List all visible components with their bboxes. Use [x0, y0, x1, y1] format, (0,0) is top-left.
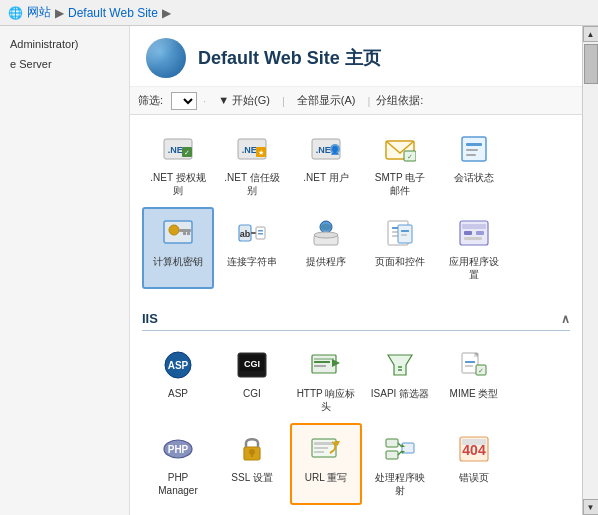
svg-rect-22 — [187, 232, 190, 235]
svg-rect-72 — [314, 442, 334, 445]
isapi-filter-icon — [382, 347, 418, 383]
icon-url-rewrite[interactable]: URL 重写 — [290, 423, 362, 505]
icon-module[interactable]: 模块 — [142, 507, 214, 515]
svg-rect-74 — [314, 451, 324, 453]
svg-text:★: ★ — [258, 149, 264, 156]
mime-type-label: MIME 类型 — [450, 387, 499, 400]
scrollbar-up[interactable]: ▲ — [583, 26, 599, 42]
icon-provider[interactable]: 提供程序 — [290, 207, 362, 289]
svg-text:✓: ✓ — [478, 367, 484, 374]
net-trust-label: .NET 信任级别 — [224, 171, 279, 197]
error-page-label: 错误页 — [459, 471, 489, 484]
svg-rect-62 — [465, 361, 475, 363]
scrollbar-down[interactable]: ▼ — [583, 499, 599, 515]
icon-smtp[interactable]: ✓ SMTP 电子邮件 — [364, 123, 436, 205]
svg-marker-56 — [388, 355, 412, 375]
svg-text:404: 404 — [462, 442, 486, 458]
breadcrumb-sep-2: ▶ — [162, 6, 171, 20]
breadcrumb-item-websites[interactable]: 网站 — [27, 4, 51, 21]
http-response-icon — [308, 347, 344, 383]
right-scrollbar[interactable]: ▲ ▼ — [582, 26, 598, 515]
icon-php-manager[interactable]: PHP PHPManager — [142, 423, 214, 505]
app-settings-label: 应用程序设置 — [449, 255, 499, 281]
scrollbar-thumb[interactable] — [584, 44, 598, 84]
pages-icon — [382, 215, 418, 251]
content-area[interactable]: Default Web Site 主页 筛选: · ▼ 开始(G) | 全部显示… — [130, 26, 582, 515]
machine-key-label: 计算机密钥 — [153, 255, 203, 268]
site-icon — [146, 38, 186, 78]
svg-rect-18 — [466, 154, 476, 156]
sidebar-item-administrator[interactable]: Administrator) — [4, 34, 125, 54]
pages-label: 页面和控件 — [375, 255, 425, 268]
svg-text:✓: ✓ — [407, 153, 413, 160]
asp-label: ASP — [168, 387, 188, 400]
svg-rect-21 — [179, 229, 191, 232]
sidebar-item-e-server[interactable]: e Server — [4, 54, 125, 74]
net-trust-icon: .NET ★ — [234, 131, 270, 167]
machine-key-icon — [160, 215, 196, 251]
ssl-icon — [234, 431, 270, 467]
svg-text:ASP: ASP — [168, 360, 189, 371]
svg-rect-39 — [401, 230, 409, 232]
icon-default-doc[interactable]: ✓ 默认文档 — [216, 507, 288, 515]
icon-net-user[interactable]: .NET 👤 .NET 用户 — [290, 123, 362, 205]
toolbar-sep-2: | — [282, 95, 285, 107]
start-button[interactable]: ▼ 开始(G) — [212, 91, 276, 110]
svg-rect-44 — [476, 231, 484, 235]
icon-pages[interactable]: 页面和控件 — [364, 207, 436, 289]
icon-net-trust[interactable]: .NET ★ .NET 信任级别 — [216, 123, 288, 205]
iis-section-header: IIS ∧ — [142, 305, 570, 331]
error-page-icon: 404 — [456, 431, 492, 467]
iis-section-toggle[interactable]: ∧ — [561, 312, 570, 326]
svg-point-31 — [320, 224, 332, 230]
icon-mime-type[interactable]: ✓ MIME 类型 — [438, 339, 510, 421]
svg-rect-28 — [258, 230, 263, 232]
svg-rect-78 — [386, 451, 398, 459]
icon-session[interactable]: 会话状态 — [438, 123, 510, 205]
breadcrumb-item-default-web-site[interactable]: Default Web Site — [68, 6, 158, 20]
breadcrumb-sep-1: ▶ — [55, 6, 64, 20]
net-auth-icon: .NET ✓ — [160, 131, 196, 167]
filter-label: 筛选: — [138, 93, 163, 108]
icon-dir-browse[interactable]: 目录浏览 — [290, 507, 362, 515]
smtp-icon: ✓ — [382, 131, 418, 167]
svg-rect-23 — [183, 232, 186, 235]
handler-mapping-icon — [382, 431, 418, 467]
mime-type-icon: ✓ — [456, 347, 492, 383]
icon-cgi[interactable]: CGI CGI — [216, 339, 288, 421]
icon-handler-mapping[interactable]: 处理程序映射 — [364, 423, 436, 505]
icon-asp[interactable]: ASP ASP — [142, 339, 214, 421]
session-icon — [456, 131, 492, 167]
app-settings-icon — [456, 215, 492, 251]
svg-rect-16 — [466, 143, 482, 146]
icon-net-auth[interactable]: .NET ✓ .NET 授权规则 — [142, 123, 214, 205]
svg-text:ab: ab — [240, 229, 251, 239]
net-auth-label: .NET 授权规则 — [150, 171, 205, 197]
icon-http-response[interactable]: HTTP 响应标头 — [290, 339, 362, 421]
icon-request-filter[interactable]: 请求筛选 — [364, 507, 436, 515]
smtp-label: SMTP 电子邮件 — [375, 171, 425, 197]
icon-connection-string[interactable]: ab 连接字符串 — [216, 207, 288, 289]
svg-point-20 — [169, 225, 179, 235]
svg-rect-54 — [314, 365, 326, 367]
svg-point-33 — [314, 232, 338, 238]
svg-rect-40 — [401, 234, 407, 236]
php-manager-label: PHPManager — [158, 471, 197, 497]
icon-app-settings[interactable]: 应用程序设置 — [438, 207, 510, 289]
svg-text:✓: ✓ — [184, 149, 190, 156]
icon-machine-key[interactable]: 计算机密钥 — [142, 207, 214, 289]
icon-log[interactable]: 日志 — [438, 507, 510, 515]
show-all-button[interactable]: 全部显示(A) — [291, 91, 362, 110]
isapi-filter-label: ISAPI 筛选器 — [371, 387, 429, 400]
breadcrumb: 🌐 网站 ▶ Default Web Site ▶ — [0, 0, 598, 26]
toolbar: 筛选: · ▼ 开始(G) | 全部显示(A) | 分组依据: — [130, 87, 582, 115]
icon-ssl[interactable]: SSL 设置 — [216, 423, 288, 505]
svg-rect-53 — [314, 361, 330, 363]
icon-error-page[interactable]: 404 错误页 — [438, 423, 510, 505]
connection-string-label: 连接字符串 — [227, 255, 277, 268]
icon-isapi-filter[interactable]: ISAPI 筛选器 — [364, 339, 436, 421]
toolbar-sep-1: · — [203, 95, 206, 107]
cgi-icon: CGI — [234, 347, 270, 383]
svg-rect-29 — [258, 233, 263, 235]
filter-select[interactable] — [171, 92, 197, 110]
